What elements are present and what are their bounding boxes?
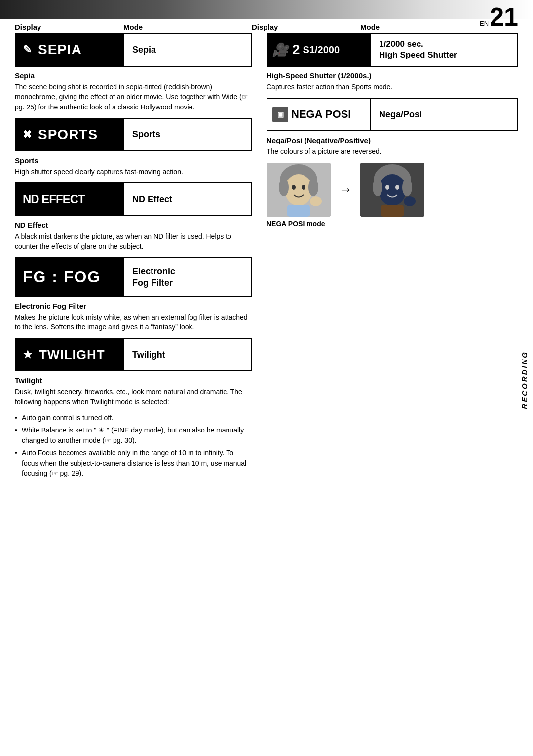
header-right: Display Mode	[252, 23, 518, 31]
main-content: ✎ SEPIA Sepia Sepia The scene being shot…	[0, 33, 533, 481]
twilight-icon: ★	[23, 348, 33, 361]
page-num: 21	[490, 4, 518, 30]
twilight-bullet-3: Auto Focus becomes available only in the…	[15, 448, 252, 479]
sports-display-text: SPORTS	[38, 127, 98, 143]
header-row: Display Mode Display Mode	[0, 19, 533, 33]
svg-point-14	[373, 179, 382, 196]
twilight-body: Dusk, twilight scenery, fireworks, etc.,…	[15, 387, 252, 407]
right-column: 🎥 2 S1/2000 1/2000 sec. High Speed Shutt…	[266, 33, 518, 481]
nega-posi-title: Nega/Posi (Negative/Positive)	[266, 136, 518, 144]
sports-title: Sports	[15, 156, 252, 165]
mode-header-right: Mode	[360, 23, 380, 31]
twilight-bullet-2: White Balance is set to " ☀ " (FINE day …	[15, 425, 252, 446]
svg-point-8	[310, 196, 322, 206]
left-column: ✎ SEPIA Sepia Sepia The scene being shot…	[15, 33, 252, 481]
shutter-camera-icon: 🎥	[272, 42, 288, 58]
nega-arrow-icon: →	[339, 182, 352, 198]
high-speed-shutter-mode-label: 1/2000 sec. High Speed Shutter	[371, 34, 517, 66]
sepia-mode-label: Sepia	[124, 34, 251, 66]
nd-effect-body: A black mist darkens the picture, as whe…	[15, 231, 252, 252]
nega-before-image	[266, 163, 331, 217]
nega-icon: ▣	[272, 107, 288, 122]
nega-posi-images: →	[266, 163, 518, 217]
svg-point-3	[292, 185, 296, 190]
nega-display-text: NEGA POSI	[291, 108, 351, 121]
nd-display-text: ND EFFECT	[23, 192, 85, 206]
display-header-right: Display	[252, 23, 360, 31]
twilight-bullet-list: Auto gain control is turned off. White B…	[15, 413, 252, 479]
svg-point-13	[395, 185, 399, 190]
nega-mode-label: NEGA POSI mode	[266, 220, 518, 228]
shutter-num-2: 2	[292, 42, 300, 58]
fg-fog-mode-label: Electronic Fog Filter	[124, 258, 251, 296]
twilight-title: Twilight	[15, 376, 252, 385]
nd-effect-mode-label: ND Effect	[124, 183, 251, 215]
high-speed-shutter-display: 🎥 2 S1/2000	[267, 34, 371, 66]
shutter-speed-text: S1/2000	[303, 44, 340, 56]
svg-rect-7	[287, 205, 310, 217]
twilight-display: ★ TWILIGHT	[16, 339, 124, 370]
nega-posi-entry: ▣ NEGA POSI Nega/Posi	[266, 98, 518, 131]
svg-rect-16	[381, 205, 404, 217]
recording-label: RECORDING	[520, 351, 529, 409]
nega-after-image	[360, 163, 424, 217]
nega-posi-body: The colours of a picture are reversed.	[266, 146, 518, 156]
sepia-display: ✎ SEPIA	[16, 34, 124, 66]
twilight-bullet-1: Auto gain control is turned off.	[15, 413, 252, 423]
nd-effect-entry: ND EFFECT ND Effect	[15, 182, 252, 216]
fg-fog-entry: FG : FOG Electronic Fog Filter	[15, 257, 252, 297]
sports-icon: ✖	[23, 128, 32, 141]
high-speed-shutter-entry: 🎥 2 S1/2000 1/2000 sec. High Speed Shutt…	[266, 33, 518, 67]
twilight-mode-label: Twilight	[124, 339, 251, 370]
svg-point-12	[385, 185, 389, 190]
nega-posi-mode-label: Nega/Posi	[371, 99, 517, 130]
page-number: EN 21	[480, 4, 518, 30]
svg-point-15	[402, 179, 412, 196]
fg-fog-display: FG : FOG	[16, 258, 124, 296]
nd-effect-display: ND EFFECT	[16, 183, 124, 215]
high-speed-shutter-title: High-Speed Shutter (1/2000s.)	[266, 72, 518, 80]
sepia-body: The scene being shot is recorded in sepi…	[15, 82, 252, 112]
sports-body: High shutter speed clearly captures fast…	[15, 167, 252, 177]
recording-sidebar: RECORDING	[517, 335, 531, 424]
svg-point-6	[308, 179, 318, 196]
sports-entry: ✖ SPORTS Sports	[15, 118, 252, 151]
sepia-entry: ✎ SEPIA Sepia	[15, 33, 252, 67]
nd-effect-title: ND Effect	[15, 221, 252, 229]
sports-mode-label: Sports	[124, 119, 251, 150]
svg-point-11	[379, 174, 406, 206]
header-left: Display Mode	[15, 23, 252, 31]
svg-point-4	[302, 185, 305, 190]
mode-header-left: Mode	[123, 23, 143, 31]
svg-point-5	[279, 179, 289, 196]
sepia-icon: ✎	[23, 43, 32, 56]
nega-posi-display: ▣ NEGA POSI	[267, 99, 371, 130]
display-header-left: Display	[15, 23, 123, 31]
twilight-display-text: TWILIGHT	[39, 347, 105, 362]
svg-point-17	[404, 196, 416, 206]
twilight-entry: ★ TWILIGHT Twilight	[15, 338, 252, 371]
sepia-title: Sepia	[15, 72, 252, 80]
top-gradient-bar	[0, 0, 533, 19]
sepia-display-text: SEPIA	[38, 42, 82, 58]
svg-point-2	[285, 174, 312, 206]
fg-display-text: FG : FOG	[23, 268, 101, 286]
fg-fog-body: Makes the picture look misty white, as w…	[15, 312, 252, 332]
sports-display: ✖ SPORTS	[16, 119, 124, 150]
en-label: EN	[480, 20, 489, 27]
fg-fog-title: Electronic Fog Filter	[15, 302, 252, 310]
high-speed-shutter-body: Captures faster action than Sports mode.	[266, 82, 518, 92]
